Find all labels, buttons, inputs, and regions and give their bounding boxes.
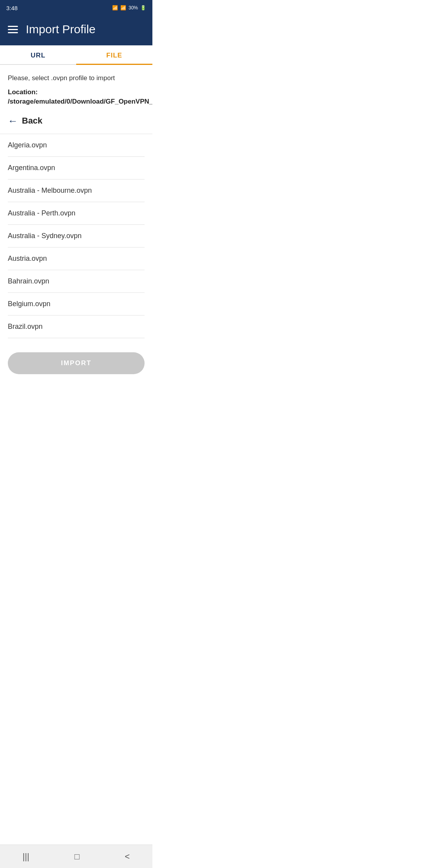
hamburger-line-3 <box>8 32 18 33</box>
import-btn-container: IMPORT <box>0 346 152 380</box>
select-instruction: Please, select .ovpn profile to import <box>8 74 145 82</box>
file-list-item[interactable]: Algeria.ovpn <box>8 134 145 157</box>
status-time: 3:48 <box>6 5 18 11</box>
file-list-item[interactable]: Brazil.ovpn <box>8 316 145 338</box>
battery-icon: 🔋 <box>140 5 146 11</box>
page-title: Import Profile <box>26 23 95 36</box>
tab-url[interactable]: URL <box>0 45 76 64</box>
file-list-item[interactable]: Bahrain.ovpn <box>8 270 145 293</box>
header: Import Profile <box>0 16 152 45</box>
tabs-container: URL FILE <box>0 45 152 65</box>
status-bar: 3:48 📶 📶 30% 🔋 <box>0 0 152 16</box>
file-list-item[interactable]: Australia - Sydney.ovpn <box>8 225 145 247</box>
file-list-item[interactable]: Belgium.ovpn <box>8 293 145 316</box>
back-button[interactable]: ← Back <box>8 116 145 126</box>
hamburger-line-2 <box>8 29 18 30</box>
file-list-item[interactable]: Austria.ovpn <box>8 247 145 270</box>
back-arrow-icon: ← <box>8 116 18 126</box>
battery-text: 30% <box>129 5 138 11</box>
hamburger-menu-button[interactable] <box>8 26 18 33</box>
import-button[interactable]: IMPORT <box>8 352 145 374</box>
status-icons: 📶 📶 30% 🔋 <box>112 5 146 11</box>
signal-icon: 📶 <box>120 5 126 11</box>
wifi-icon: 📶 <box>112 5 118 11</box>
hamburger-line-1 <box>8 26 18 27</box>
back-label: Back <box>22 116 43 126</box>
main-content: Please, select .ovpn profile to import L… <box>0 65 152 346</box>
file-list-item[interactable]: Australia - Perth.ovpn <box>8 202 145 225</box>
file-list-item[interactable]: Argentina.ovpn <box>8 157 145 179</box>
file-list-item[interactable]: Australia - Melbourne.ovpn <box>8 179 145 202</box>
tab-file[interactable]: FILE <box>76 45 152 64</box>
location-path: Location: /storage/emulated/0/Download/G… <box>8 88 145 106</box>
file-list: Algeria.ovpnArgentina.ovpnAustralia - Me… <box>8 134 145 338</box>
